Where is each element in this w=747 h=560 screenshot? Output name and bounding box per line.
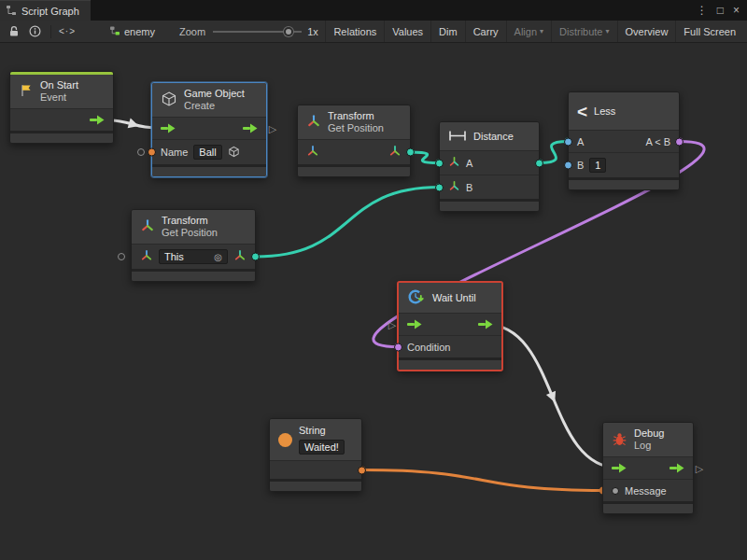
node-footer [10, 131, 113, 143]
node-subtitle: Event [40, 91, 78, 104]
node-header: Debug Log [603, 423, 693, 456]
node-title: On Start [40, 79, 78, 91]
b-value: 1 [595, 160, 600, 171]
flow-out-port[interactable] [243, 123, 258, 133]
a-in-port[interactable] [564, 137, 572, 146]
tab-script-graph[interactable]: Script Graph [0, 0, 91, 21]
target-icon: ◎ [214, 252, 222, 262]
message-label: Message [625, 485, 667, 497]
position-out-port[interactable] [406, 148, 415, 157]
value-port-row [298, 139, 410, 164]
info-icon[interactable] [24, 22, 45, 41]
flow-out-port[interactable] [90, 115, 105, 125]
transform-icon [306, 114, 321, 131]
node-footer [132, 269, 255, 281]
window-titlebar: Script Graph ⋮ □ × [0, 0, 747, 21]
node-less[interactable]: < Less A A < B B 1 [568, 91, 680, 190]
align-button[interactable]: Align▾ [506, 21, 551, 42]
name-value-port[interactable] [148, 148, 156, 157]
input-a-row: A A < B [569, 130, 679, 152]
node-footer [298, 164, 410, 176]
transform-target-icon[interactable] [140, 249, 153, 264]
unconnected-flow-triangle-icon: ▷ [696, 463, 703, 473]
string-icon [278, 433, 292, 447]
node-get-position-bottom[interactable]: Transform Get Position This ◎ [131, 209, 256, 282]
node-debug-log[interactable]: Debug Log Message [602, 422, 694, 514]
zoom-slider[interactable] [213, 25, 302, 38]
distribute-label: Distribute [559, 26, 602, 37]
name-port-label: Name [161, 147, 188, 158]
b-value-field[interactable]: 1 [589, 158, 606, 173]
distance-out-port[interactable] [535, 159, 543, 167]
flow-port-row [399, 313, 501, 335]
node-get-position-top[interactable]: Transform Get Position [297, 105, 411, 177]
node-on-start-event[interactable]: On Start Event [9, 71, 114, 144]
node-string-literal[interactable]: String Waited! [269, 418, 362, 492]
node-title: Transform [328, 110, 384, 122]
node-distance[interactable]: Distance A B [439, 121, 540, 212]
condition-in-port[interactable] [394, 343, 402, 351]
code-icon[interactable]: <·> [57, 22, 78, 41]
wait-clock-icon [407, 287, 426, 308]
lock-icon[interactable] [4, 22, 24, 41]
node-subtitle: Get Position [328, 122, 384, 134]
flow-in-port[interactable] [612, 463, 627, 473]
node-footer [603, 501, 693, 513]
flow-in-port[interactable] [407, 319, 422, 329]
node-footer [399, 357, 501, 370]
overview-button[interactable]: Overview [617, 21, 676, 42]
toolbar-buttons: Relations Values Dim Carry Align▾ Distri… [325, 21, 743, 42]
transform-target-icon[interactable] [306, 145, 319, 160]
target-in-port[interactable] [131, 256, 133, 258]
vector-result-icon [233, 249, 247, 264]
relations-button[interactable]: Relations [325, 21, 384, 42]
transform-icon [140, 218, 155, 235]
zoom-value: 1x [307, 26, 318, 37]
node-subtitle: Log [634, 440, 664, 452]
distribute-button[interactable]: Distribute▾ [551, 21, 616, 42]
message-in-port[interactable] [602, 490, 604, 492]
close-icon[interactable]: × [733, 4, 740, 17]
node-header: Distance [440, 122, 539, 150]
carry-button[interactable]: Carry [465, 21, 506, 42]
flow-out-port[interactable] [478, 319, 493, 329]
graph-toolbar: <·> enemy Zoom 1x Relations Values Dim C… [0, 21, 747, 43]
unity-script-graph-window: Script Graph ⋮ □ × <·> enemy Zoom 1x [0, 0, 747, 560]
flow-port-row [10, 108, 113, 131]
port-b-label: B [466, 182, 472, 193]
node-header: Transform Get Position [132, 210, 255, 244]
flow-out-port[interactable] [669, 463, 684, 473]
string-value-field[interactable]: Waited! [299, 440, 345, 455]
vector-a-in-port[interactable] [435, 159, 444, 167]
node-title: Debug [634, 427, 664, 440]
position-out-port[interactable] [251, 253, 260, 261]
window-menu-icon[interactable]: ⋮ [697, 4, 708, 17]
message-port-dot [612, 487, 619, 495]
name-input-field[interactable]: Ball [193, 145, 221, 160]
node-create-game-object[interactable]: Game Object Create Name Ball [151, 82, 267, 177]
vector-b-in-port[interactable] [435, 183, 444, 191]
align-label: Align [514, 26, 537, 37]
flow-in-port[interactable] [161, 123, 176, 133]
target-select[interactable]: This ◎ [159, 249, 228, 264]
values-button[interactable]: Values [384, 21, 430, 42]
game-object-picker-icon[interactable] [228, 146, 240, 160]
node-header: Game Object Create [152, 83, 266, 117]
input-b-row: B [440, 175, 539, 199]
dim-button[interactable]: Dim [430, 21, 465, 42]
node-wait-until[interactable]: Wait Until Condition [397, 281, 503, 371]
graph-canvas[interactable]: On Start Event Game Object Create [0, 43, 747, 560]
maximize-icon[interactable]: □ [717, 4, 724, 17]
graph-name[interactable]: enemy [109, 25, 155, 38]
flag-icon [19, 83, 34, 100]
less-icon: < [577, 103, 587, 120]
full-screen-button[interactable]: Full Screen [675, 21, 743, 42]
node-title: Less [594, 105, 615, 118]
node-footer [440, 199, 539, 211]
unconnected-flow-triangle-icon: ▷ [269, 123, 276, 133]
zoom-slider-knob[interactable] [284, 27, 293, 36]
string-out-port[interactable] [358, 466, 366, 474]
b-in-port[interactable] [564, 161, 572, 170]
value-port-row: This ◎ [132, 244, 255, 269]
result-out-port[interactable] [675, 137, 684, 146]
